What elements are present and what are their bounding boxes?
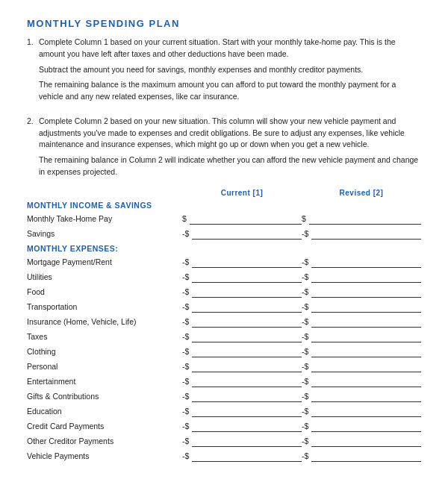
expense-current-input-12[interactable] (192, 435, 302, 447)
expense-revised-3[interactable]: -$ (302, 301, 421, 313)
expense-current-0[interactable]: -$ (182, 256, 302, 268)
page-title: Monthly Spending Plan (27, 18, 421, 29)
expense-revised-12[interactable]: -$ (302, 435, 421, 447)
instruction-2: 2. Complete Column 2 based on your new s… (27, 116, 421, 182)
instruction-1-num: 1. (27, 37, 36, 107)
expense-row-3: Transportation -$ -$ (27, 299, 421, 314)
expense-row-10: Education -$ -$ (27, 404, 421, 419)
expense-revised-input-1[interactable] (311, 271, 421, 283)
expense-current-input-10[interactable] (192, 405, 302, 417)
take-home-pay-current[interactable]: $ (182, 213, 302, 225)
expense-current-1[interactable]: -$ (182, 271, 302, 283)
take-home-pay-current-input[interactable] (190, 213, 302, 225)
expense-revised-10[interactable]: -$ (302, 405, 421, 417)
expense-current-9[interactable]: -$ (182, 390, 302, 402)
expense-row-2: Food -$ -$ (27, 284, 421, 299)
savings-label: Savings (27, 229, 182, 238)
expense-current-5[interactable]: -$ (182, 331, 302, 342)
expense-current-2[interactable]: -$ (182, 286, 302, 298)
expense-revised-input-11[interactable] (311, 420, 421, 432)
expense-revised-2[interactable]: -$ (302, 286, 421, 298)
expense-current-12[interactable]: -$ (182, 435, 302, 447)
expense-label-2: Food (27, 287, 182, 296)
expense-current-input-1[interactable] (192, 271, 302, 283)
expense-current-prefix-1: -$ (182, 272, 189, 281)
expense-label-10: Education (27, 407, 182, 416)
expense-current-input-4[interactable] (192, 316, 302, 328)
expense-revised-6[interactable]: -$ (302, 345, 421, 357)
expense-current-13[interactable]: -$ (182, 450, 302, 462)
expense-revised-8[interactable]: -$ (302, 375, 421, 387)
expense-current-input-5[interactable] (192, 331, 302, 342)
expense-label-5: Taxes (27, 332, 182, 341)
expense-revised-input-13[interactable] (311, 450, 421, 462)
instructions-block: 1. Complete Column 1 based on your curre… (27, 37, 421, 182)
expense-revised-1[interactable]: -$ (302, 271, 421, 283)
expense-current-prefix-5: -$ (182, 332, 189, 341)
expense-revised-input-6[interactable] (311, 345, 421, 357)
expense-revised-9[interactable]: -$ (302, 390, 421, 402)
expense-current-prefix-6: -$ (182, 347, 189, 356)
expense-revised-input-2[interactable] (311, 286, 421, 298)
expenses-section-header: Monthly Expenses: (27, 241, 421, 254)
savings-current[interactable]: -$ (182, 228, 302, 240)
expense-row-13: Vehicle Payments -$ -$ (27, 448, 421, 463)
expense-current-6[interactable]: -$ (182, 345, 302, 357)
expense-revised-5[interactable]: -$ (302, 331, 421, 342)
expense-revised-input-0[interactable] (311, 256, 421, 268)
income-section-header: Monthly Income & Savings (27, 198, 421, 211)
expense-revised-4[interactable]: -$ (302, 316, 421, 328)
expense-current-4[interactable]: -$ (182, 316, 302, 328)
expense-current-input-6[interactable] (192, 345, 302, 357)
expense-current-input-11[interactable] (192, 420, 302, 432)
expense-revised-input-9[interactable] (311, 390, 421, 402)
expense-row-6: Clothing -$ -$ (27, 344, 421, 359)
expense-current-7[interactable]: -$ (182, 360, 302, 372)
take-home-pay-revised-input[interactable] (309, 213, 421, 225)
expense-label-7: Personal (27, 362, 182, 371)
savings-revised[interactable]: -$ (302, 228, 421, 240)
expense-revised-prefix-10: -$ (302, 407, 308, 416)
take-home-pay-revised-prefix: $ (302, 214, 306, 223)
expense-current-3[interactable]: -$ (182, 301, 302, 313)
expense-row-12: Other Creditor Payments -$ -$ (27, 434, 421, 448)
col-revised-header: Revised [2] (302, 188, 421, 198)
expense-current-10[interactable]: -$ (182, 405, 302, 417)
expense-row-11: Credit Card Payments -$ -$ (27, 419, 421, 434)
expense-revised-0[interactable]: -$ (302, 256, 421, 268)
instruction-2-text: Complete Column 2 based on your new situ… (39, 116, 421, 182)
expense-label-6: Clothing (27, 347, 182, 356)
expense-row-9: Gifts & Contributions -$ -$ (27, 389, 421, 404)
expense-revised-input-4[interactable] (311, 316, 421, 328)
expense-revised-input-7[interactable] (311, 360, 421, 372)
expense-revised-11[interactable]: -$ (302, 420, 421, 432)
expense-label-11: Credit Card Payments (27, 422, 182, 431)
expense-current-input-3[interactable] (192, 301, 302, 313)
expense-revised-13[interactable]: -$ (302, 450, 421, 462)
column-headers: Current [1] Revised [2] (27, 188, 421, 198)
expense-current-input-2[interactable] (192, 286, 302, 298)
expense-current-input-0[interactable] (192, 256, 302, 268)
savings-revised-input[interactable] (311, 228, 421, 240)
expense-current-input-7[interactable] (192, 360, 302, 372)
expense-revised-input-12[interactable] (311, 435, 421, 447)
expense-current-input-8[interactable] (192, 375, 302, 387)
expense-current-prefix-12: -$ (182, 436, 189, 445)
expense-current-8[interactable]: -$ (182, 375, 302, 387)
expense-label-3: Transportation (27, 302, 182, 311)
expense-current-input-13[interactable] (192, 450, 302, 462)
instruction-1-text: Complete Column 1 based on your current … (39, 37, 421, 107)
expense-current-prefix-9: -$ (182, 392, 189, 401)
expense-current-input-9[interactable] (192, 390, 302, 402)
expense-revised-input-3[interactable] (311, 301, 421, 313)
expense-current-11[interactable]: -$ (182, 420, 302, 432)
savings-current-input[interactable] (192, 228, 302, 240)
take-home-pay-revised[interactable]: $ (302, 213, 421, 225)
expense-label-9: Gifts & Contributions (27, 392, 182, 401)
expense-revised-7[interactable]: -$ (302, 360, 421, 372)
expense-revised-input-8[interactable] (311, 375, 421, 387)
expense-current-prefix-7: -$ (182, 362, 189, 371)
expense-revised-input-5[interactable] (311, 331, 421, 342)
expense-revised-prefix-1: -$ (302, 272, 308, 281)
expense-revised-input-10[interactable] (311, 405, 421, 417)
